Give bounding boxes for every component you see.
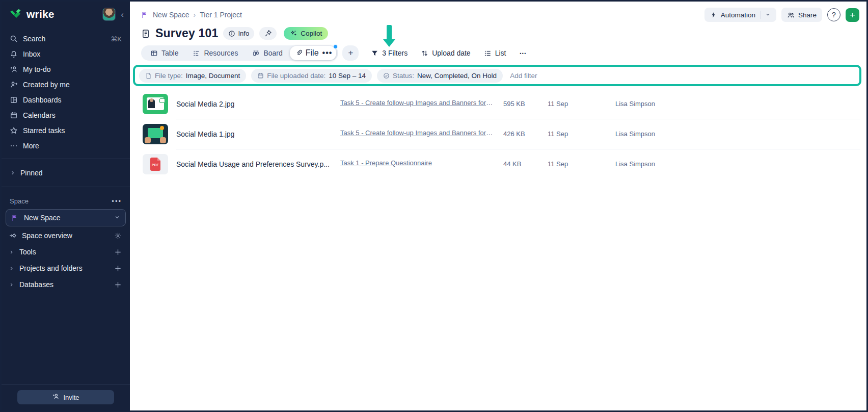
sidebar-footer: Invite — [2, 384, 130, 410]
sidebar-item-projects-and-folders[interactable]: Projects and folders — [2, 260, 130, 276]
filters-button[interactable]: 3 Filters — [371, 49, 408, 57]
task-link[interactable]: Task 5 - Create follow-up Images and Ban… — [340, 99, 493, 107]
share-button[interactable]: Share — [781, 8, 822, 22]
file-outline-icon — [145, 72, 152, 79]
view-mode-button[interactable]: List — [484, 49, 506, 57]
copilot-button[interactable]: Copilot — [284, 27, 328, 40]
help-button[interactable]: ? — [827, 8, 840, 21]
add-database-icon[interactable] — [114, 281, 122, 289]
tab-options-icon[interactable]: ••• — [322, 48, 333, 58]
pushpin-icon — [264, 30, 272, 37]
tab-table[interactable]: Table — [143, 45, 185, 61]
breadcrumb-root[interactable]: New Space — [153, 11, 189, 19]
sidebar-nav: Search ⌘K Inbox My to-do Created by me — [2, 26, 130, 153]
file-thumbnail-image[interactable] — [143, 94, 168, 114]
sidebar-item-dashboards[interactable]: Dashboards — [6, 92, 126, 108]
filter-bar: File type: Image, Document File uploaded… — [139, 68, 855, 83]
search-icon — [10, 35, 18, 43]
file-size: 426 KB — [503, 130, 548, 138]
sparkles-icon — [290, 30, 297, 37]
lightning-icon — [710, 11, 717, 18]
sidebar: wrike ‹ Search ⌘K Inbox My to-do — [2, 2, 130, 410]
tab-board[interactable]: Board — [245, 45, 289, 61]
dashboards-icon — [10, 96, 18, 104]
sidebar-item-tools[interactable]: Tools — [2, 244, 130, 260]
chevron-down-icon — [114, 214, 120, 221]
wrike-logo[interactable]: wrike — [10, 8, 102, 20]
sort-button[interactable]: Upload date — [421, 49, 471, 57]
resources-icon — [193, 49, 200, 57]
file-row[interactable]: PDF Social Media Usage and Preferences S… — [130, 149, 866, 179]
file-name[interactable]: Social Media 2.jpg — [176, 100, 340, 108]
file-row[interactable]: Social Media 1.jpg Task 5 - Create follo… — [130, 119, 866, 149]
filter-chip-uploaded-date[interactable]: File uploaded date: 10 Sep – 14 — [251, 69, 372, 83]
notification-dot — [333, 44, 338, 49]
list-icon — [484, 49, 492, 57]
add-project-icon[interactable] — [114, 265, 122, 272]
file-size: 44 KB — [503, 160, 548, 168]
space-selector-label: New Space — [24, 214, 61, 222]
sidebar-item-created-by-me[interactable]: Created by me — [6, 77, 126, 92]
filters-label: 3 Filters — [382, 49, 408, 57]
plus-icon: + — [348, 48, 353, 58]
file-thumbnail-pdf[interactable]: PDF — [143, 154, 168, 174]
file-date: 11 Sep — [548, 130, 615, 138]
file-owner: Lisa Simpson — [615, 100, 866, 108]
automation-button[interactable]: Automation — [704, 8, 776, 22]
chevron-down-icon[interactable] — [765, 12, 771, 18]
space-selector[interactable]: New Space — [6, 209, 126, 226]
tab-label: Resources — [204, 49, 238, 57]
tab-file-selected[interactable]: File ••• — [290, 46, 337, 60]
file-name[interactable]: Social Media 1.jpg — [176, 130, 340, 138]
file-list: Social Media 2.jpg Task 5 - Create follo… — [130, 86, 866, 179]
sidebar-item-my-todo[interactable]: My to-do — [6, 62, 126, 77]
pin-button[interactable] — [259, 27, 277, 40]
add-filter-button[interactable]: Add filter — [510, 72, 537, 80]
space-options-icon[interactable]: ••• — [112, 197, 122, 205]
tab-label: Board — [263, 49, 282, 57]
sidebar-item-label: Inbox — [23, 50, 122, 58]
filter-bar-highlight: File type: Image, Document File uploaded… — [133, 65, 861, 86]
pinned-label: Pinned — [20, 169, 43, 177]
file-thumbnail-image[interactable] — [143, 124, 168, 144]
space-section-label: Space — [10, 197, 29, 205]
view-tabs-row: Table Resources Board File — [130, 40, 866, 61]
invite-label: Invite — [63, 394, 79, 401]
add-tool-icon[interactable] — [114, 248, 122, 256]
topbar-actions: Automation Share ? + — [704, 8, 859, 22]
toolbar-more-icon[interactable]: ⋯ — [519, 49, 527, 57]
sidebar-item-label: Space overview — [22, 231, 72, 240]
invite-button[interactable]: Invite — [17, 390, 114, 404]
invite-person-icon — [52, 393, 60, 402]
sidebar-item-label: Search — [23, 35, 105, 43]
sidebar-item-pinned[interactable]: Pinned — [2, 164, 130, 182]
status-check-circle-icon — [383, 72, 390, 79]
sidebar-item-starred-tasks[interactable]: Starred tasks — [6, 123, 126, 138]
add-view-button[interactable]: + — [342, 45, 359, 61]
share-people-icon — [787, 11, 795, 19]
sidebar-item-more[interactable]: More — [6, 138, 126, 153]
task-link[interactable]: Task 5 - Create follow-up Images and Ban… — [340, 129, 493, 137]
filter-label: File uploaded date: — [267, 72, 326, 80]
filter-funnel-icon — [371, 49, 378, 57]
sidebar-collapse-icon[interactable]: ‹ — [121, 10, 124, 19]
breadcrumb-current[interactable]: Tier 1 Project — [200, 11, 242, 19]
board-icon — [252, 49, 260, 57]
user-avatar[interactable] — [102, 8, 116, 21]
sidebar-item-search[interactable]: Search ⌘K — [6, 31, 126, 46]
file-row[interactable]: Social Media 2.jpg Task 5 - Create follo… — [130, 89, 866, 119]
sidebar-item-inbox[interactable]: Inbox — [6, 46, 126, 62]
filter-chip-status[interactable]: Status: New, Completed, On Hold — [377, 69, 503, 83]
info-button[interactable]: Info — [223, 27, 254, 40]
tab-resources[interactable]: Resources — [185, 45, 245, 61]
space-settings-gear-icon[interactable] — [114, 232, 122, 240]
sidebar-item-databases[interactable]: Databases — [2, 276, 130, 293]
file-name[interactable]: Social Media Usage and Preferences Surve… — [176, 160, 340, 168]
sidebar-item-calendars[interactable]: Calendars — [6, 108, 126, 123]
filter-chip-file-type[interactable]: File type: Image, Document — [139, 69, 246, 83]
create-new-button[interactable]: + — [846, 8, 859, 22]
plus-icon: + — [850, 10, 855, 20]
sidebar-item-space-overview[interactable]: Space overview — [2, 227, 130, 244]
wrike-logo-text: wrike — [26, 8, 55, 20]
task-link[interactable]: Task 1 - Prepare Questionnaire — [340, 159, 432, 167]
